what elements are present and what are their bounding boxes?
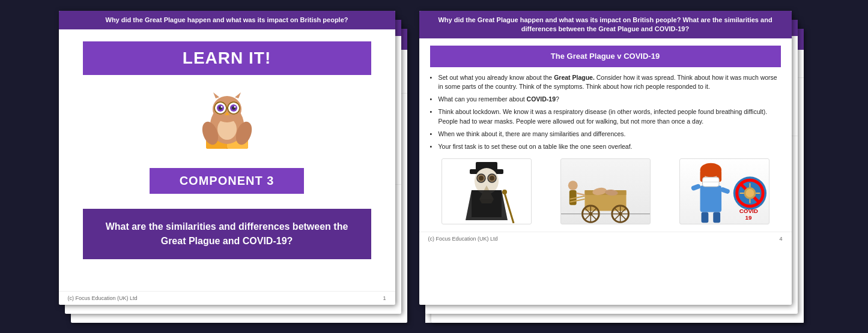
page-1: Why did the Great Plague happen and what… xyxy=(59,11,395,305)
learn-it-banner: LEARN IT! xyxy=(83,41,371,75)
svg-point-35 xyxy=(502,190,507,194)
svg-marker-33 xyxy=(466,190,508,220)
page1-body: LEARN IT! xyxy=(59,29,395,291)
page1-number: 1 xyxy=(383,295,386,301)
page4-number: 4 xyxy=(779,236,782,242)
page1-footer: (c) Focus Education (UK) Ltd 1 xyxy=(59,291,395,305)
page1-copyright: (c) Focus Education (UK) Ltd xyxy=(68,295,138,301)
page4-body: The Great Plague v COVID-19 Set out what… xyxy=(419,38,792,232)
svg-point-32 xyxy=(490,176,494,181)
svg-point-15 xyxy=(220,106,222,107)
svg-line-55 xyxy=(576,193,584,195)
svg-point-62 xyxy=(745,189,754,197)
bullet-5: Your first task is to set these out on a… xyxy=(430,142,781,151)
plague-doctor-image xyxy=(442,158,532,224)
cart-scene-image xyxy=(560,158,651,224)
images-row: COVID 19 xyxy=(430,158,781,224)
svg-rect-73 xyxy=(700,185,721,212)
covid-girl-image: COVID 19 xyxy=(679,158,769,224)
svg-marker-7 xyxy=(213,92,219,98)
svg-point-31 xyxy=(479,176,484,181)
section-title: The Great Plague v COVID-19 xyxy=(430,46,781,67)
svg-point-53 xyxy=(568,181,577,190)
svg-rect-76 xyxy=(690,184,701,191)
bullet-points: Set out what you already know about the … xyxy=(430,73,781,152)
svg-point-16 xyxy=(234,106,235,107)
page4-copyright: (c) Focus Education (UK) Ltd xyxy=(428,236,498,242)
owl-svg xyxy=(194,90,260,156)
svg-rect-79 xyxy=(713,212,720,223)
page4-footer: (c) Focus Education (UK) Ltd 4 xyxy=(419,232,792,245)
bullet-4: When we think about it, there are many s… xyxy=(430,130,781,139)
svg-text:19: 19 xyxy=(745,214,751,221)
svg-marker-8 xyxy=(235,92,241,98)
component-banner: COMPONENT 3 xyxy=(150,168,305,194)
owl-illustration xyxy=(191,87,263,159)
page4-header: Why did the Great Plague happen and what… xyxy=(419,11,792,39)
svg-text:COVID: COVID xyxy=(739,207,757,214)
topic-box: What are the similarities and difference… xyxy=(83,209,371,259)
right-page-stack: D-19 (c) Focus Education (UK) Ltd 6 peop… xyxy=(419,11,810,323)
page-4: Why did the Great Plague happen and what… xyxy=(419,11,792,305)
bullet-1: Set out what you already know about the … xyxy=(430,73,781,91)
svg-rect-78 xyxy=(701,212,708,223)
bullet-3: Think about lockdown. We know it was a r… xyxy=(430,107,781,125)
left-page-stack: (c) Focus Education (UK) Ltd 3 people? -… xyxy=(59,11,407,323)
page1-header: Why did the Great Plague happen and what… xyxy=(59,11,395,29)
bullet-2: What can you remember about COVID-19? xyxy=(430,95,781,104)
